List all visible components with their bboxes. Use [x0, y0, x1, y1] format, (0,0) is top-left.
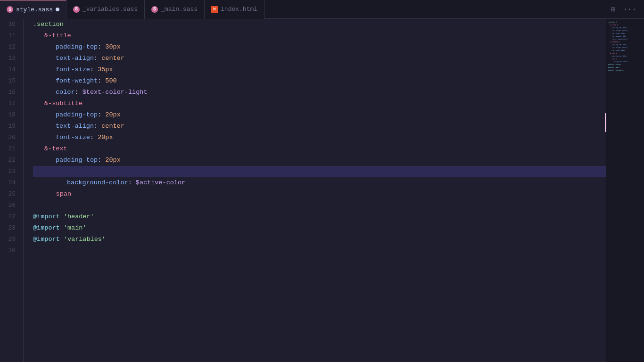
code-token-bg-color: background-color [67, 177, 128, 189]
tab-modified-dot [56, 8, 59, 11]
line-num-21: 21 [0, 143, 16, 155]
code-line-17: &-subtitle [33, 98, 644, 109]
line-num-20: 20 [0, 132, 16, 143]
code-line-20: font-size : 20px [33, 132, 644, 143]
line-num-13: 13 [0, 53, 16, 64]
line-num-19: 19 [0, 121, 16, 132]
code-line-19: text-align : center [33, 121, 644, 132]
sass-icon-2: S [73, 6, 80, 13]
tab-label-index-html: index.html [221, 6, 257, 13]
tab-label-style-sass: style.sass [16, 6, 53, 13]
code-line-22: padding-top : 20px [33, 155, 644, 166]
code-line-27: @import 'header' [33, 211, 644, 222]
code-token-center-2: center [101, 121, 124, 132]
code-token-section-class: .section [33, 19, 64, 30]
code-token-30px: 30px [105, 41, 120, 53]
code-line-30 [33, 245, 644, 256]
code-token-font-size-2: font-size [56, 132, 90, 143]
code-line-26 [33, 200, 644, 211]
code-line-24: background-color : $active-color [33, 177, 644, 189]
minimap[interactable]: .section { &-title { padding-top: 30px; … [606, 19, 644, 362]
tab-actions: ⊞ ··· [609, 3, 644, 16]
minimap-content: .section { &-title { padding-top: 30px; … [606, 19, 644, 74]
html-icon: H [211, 6, 218, 13]
code-token-amp-subtitle: &-subtitle [44, 98, 83, 109]
code-token-import-str-variables: 'variables' [64, 234, 106, 245]
code-token-padding-top-1: padding-top [56, 41, 98, 53]
code-token-color-1: color [56, 87, 75, 98]
code-token-text-color-light: $text-color-light [83, 87, 148, 98]
layout-button[interactable]: ⊞ [609, 3, 618, 16]
code-line-23: span [33, 166, 644, 177]
sass-icon-1: S [7, 6, 13, 13]
line-num-17: 17 [0, 98, 16, 109]
code-token-amp-text: &-text [44, 143, 67, 155]
code-token-35px: 35px [98, 64, 113, 75]
code-line-15: font-weight : 500 [33, 75, 644, 87]
code-token-20px-1: 20px [105, 109, 120, 121]
code-token-padding-top-2: padding-top [56, 109, 98, 121]
line-num-18: 18 [0, 109, 16, 121]
code-token-import-str-main: 'main' [64, 222, 87, 234]
code-line-11: &-title [33, 30, 644, 41]
code-token-amp-title: &-title [44, 30, 71, 41]
tab-label-variables-sass: _variables.sass [83, 6, 138, 13]
code-content[interactable]: .section &-title padding-top : 30px text… [24, 19, 644, 362]
code-token-font-weight: font-weight [56, 75, 98, 87]
code-token-active-color: $active-color [136, 177, 185, 189]
line-num-23: 23 [0, 166, 16, 177]
code-line-12: padding-top : 30px [33, 41, 644, 53]
code-line-13: text-align : center [33, 53, 644, 64]
line-num-25: 25 [0, 189, 16, 200]
tab-label-main-sass: _main.sass [161, 6, 198, 13]
code-line-18: padding-top : 20px [33, 109, 644, 121]
line-num-27: 27 [0, 211, 16, 222]
code-token-center-1: center [101, 53, 124, 64]
code-line-29: @import 'variables' [33, 234, 644, 245]
line-num-28: 28 [0, 222, 16, 234]
code-token-import-1: @import [33, 211, 60, 222]
line-num-22: 22 [0, 155, 16, 166]
code-token-20px-2: 20px [98, 132, 113, 143]
tab-index-html[interactable]: H index.html [205, 0, 264, 19]
line-num-24: 24 [0, 177, 16, 189]
sass-icon-3: S [151, 6, 158, 13]
code-line-28: @import 'main' [33, 222, 644, 234]
tab-bar: S style.sass S _variables.sass S _main.s… [0, 0, 644, 19]
code-token-20px-3: 20px [105, 155, 120, 166]
code-token-font-size-1: font-size [56, 64, 90, 75]
code-token-padding-top-3: padding-top [56, 155, 98, 166]
code-line-14: font-size : 35px [33, 64, 644, 75]
code-token-500: 500 [105, 75, 116, 87]
code-line-25 [33, 189, 644, 200]
code-line-10: .section [33, 19, 644, 30]
line-num-16: 16 [0, 87, 16, 98]
line-num-14: 14 [0, 64, 16, 75]
line-num-11: 11 [0, 30, 16, 41]
line-num-15: 15 [0, 75, 16, 87]
line-num-12: 12 [0, 41, 16, 53]
line-num-26: 26 [0, 200, 16, 211]
code-token-import-3: @import [33, 234, 60, 245]
tab-variables-sass[interactable]: S _variables.sass [66, 0, 145, 19]
code-token-import-2: @import [33, 222, 60, 234]
more-button[interactable]: ··· [621, 3, 638, 16]
code-token-text-align-1: text-align [56, 53, 94, 64]
editor: 10 11 12 13 14 15 16 17 18 19 20 21 22 2… [0, 19, 644, 362]
code-token-import-str-header: 'header' [64, 211, 94, 222]
tab-style-sass[interactable]: S style.sass [0, 0, 66, 19]
line-numbers: 10 11 12 13 14 15 16 17 18 19 20 21 22 2… [0, 19, 24, 362]
tab-main-sass[interactable]: S _main.sass [145, 0, 205, 19]
code-line-16: color : $text-color-light [33, 87, 644, 98]
line-num-29: 29 [0, 234, 16, 245]
code-line-21: &-text [33, 143, 644, 155]
line-num-30: 30 [0, 245, 16, 256]
line-num-10: 10 [0, 19, 16, 30]
code-token-text-align-2: text-align [56, 121, 94, 132]
